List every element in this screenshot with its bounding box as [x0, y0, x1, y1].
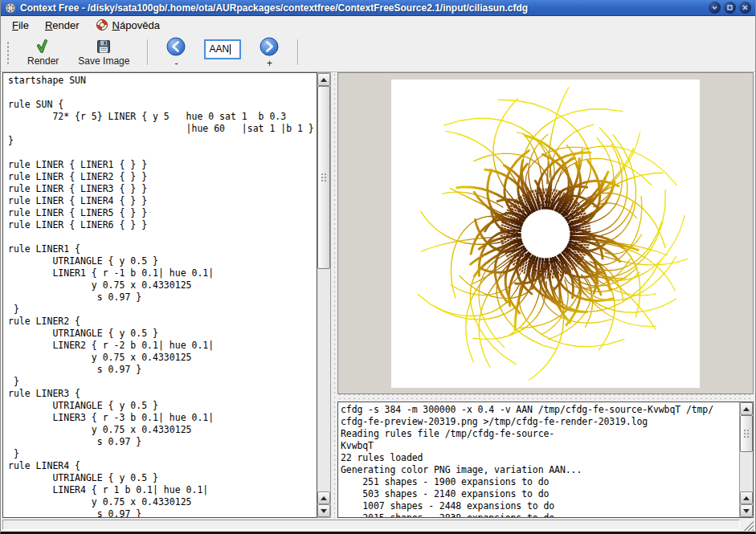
up-arrow-icon	[743, 407, 750, 411]
render-check-icon	[35, 39, 52, 55]
up-arrow-icon	[743, 496, 750, 500]
variation-input[interactable]: AAN	[204, 39, 241, 59]
scrollbar-thumb[interactable]	[317, 86, 330, 269]
window-controls	[709, 2, 751, 14]
lifebuoy-icon	[96, 18, 108, 31]
scrollbar-track[interactable]	[740, 452, 753, 491]
toolbar-separator	[297, 39, 298, 65]
menubar: File Render Nápověda	[1, 16, 755, 34]
scroll-down-button[interactable]	[740, 504, 753, 517]
menu-file[interactable]: File	[6, 18, 35, 33]
scrollbar-track[interactable]	[317, 269, 330, 491]
resize-grip[interactable]	[742, 519, 754, 531]
console-panel[interactable]: cfdg -s 384 -m 300000 -x 0.4 -v AAN /tmp…	[337, 402, 754, 518]
forward-arrow-icon	[259, 36, 280, 57]
toolbar-separator	[147, 39, 148, 65]
maximize-button[interactable]	[724, 2, 736, 14]
up-arrow-icon	[321, 78, 327, 82]
save-image-button[interactable]: Save Image	[68, 35, 139, 69]
scroll-up-button[interactable]	[317, 491, 330, 504]
output-splitter[interactable]	[337, 394, 754, 402]
scroll-up-button[interactable]	[317, 73, 330, 86]
statusbar	[1, 518, 755, 532]
toolbar-drag-handle[interactable]	[6, 40, 10, 64]
scrollbar-thumb[interactable]	[740, 415, 753, 452]
titlebar[interactable]: Context Free - /disky/sata100gb/.home/ot…	[1, 0, 755, 16]
preview-panel	[337, 72, 754, 394]
main-area: startshape SUN rule SUN { 72* {r 5} LINE…	[2, 72, 754, 518]
code-editor[interactable]: startshape SUN rule SUN { 72* {r 5} LINE…	[2, 72, 317, 518]
right-column: cfdg -s 384 -m 300000 -x 0.4 -v AAN /tmp…	[337, 72, 754, 518]
menu-render[interactable]: Render	[39, 18, 86, 33]
app-icon	[5, 2, 16, 14]
back-arrow-icon	[166, 36, 186, 57]
close-button[interactable]	[739, 2, 751, 14]
window-title: Context Free - /disky/sata100gb/.home/ot…	[20, 2, 705, 14]
up-arrow-icon	[321, 496, 327, 500]
toolbar: Render Save Image	[1, 34, 755, 72]
down-arrow-icon	[743, 509, 750, 513]
scroll-down-button[interactable]	[317, 504, 330, 517]
console-text: cfdg -s 384 -m 300000 -x 0.4 -v AAN /tmp…	[338, 402, 739, 517]
floppy-disk-icon	[96, 39, 112, 55]
down-arrow-icon	[321, 509, 327, 513]
variation-prev-button[interactable]: -	[156, 35, 196, 69]
panel-splitter[interactable]	[331, 72, 337, 518]
editor-scrollbar[interactable]	[317, 72, 331, 518]
scroll-up-button[interactable]	[740, 402, 753, 415]
code-text: startshape SUN rule SUN { 72* {r 5} LINE…	[3, 73, 317, 518]
text-caret	[230, 44, 231, 55]
rendered-image	[391, 79, 700, 388]
scroll-up-button[interactable]	[740, 491, 753, 504]
variation-next-button[interactable]: +	[249, 35, 289, 69]
console-scrollbar[interactable]	[739, 402, 753, 517]
app-window: Context Free - /disky/sata100gb/.home/ot…	[0, 0, 756, 534]
menu-help[interactable]: Nápověda	[89, 17, 166, 33]
status-message	[2, 520, 740, 530]
shade-button[interactable]	[709, 2, 721, 14]
render-button[interactable]: Render	[18, 35, 68, 69]
